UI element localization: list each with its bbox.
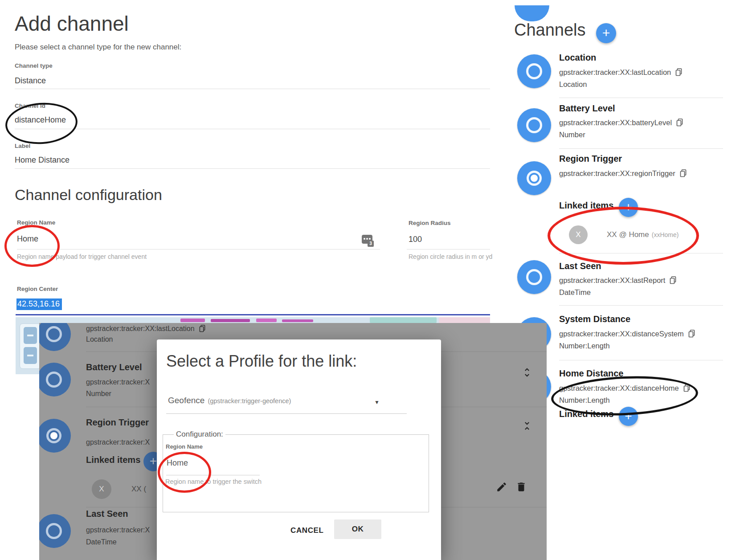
label-field-label: Label [15, 143, 30, 149]
grayed-channel-id-line: gpstracker:tracker:X [86, 438, 150, 446]
dialog-region-name-label: Region Name [166, 443, 203, 450]
region-radius-underline [407, 249, 490, 249]
copy-icon[interactable] [688, 330, 695, 338]
region-radius-helper: Region circle radius in m or yd [409, 253, 492, 260]
map-zoom-out-button[interactable] [24, 347, 37, 364]
linked-item-avatar: X [569, 225, 588, 244]
dialog-region-name-underline [166, 475, 260, 475]
grayed-linked-item-text: XX ( [131, 485, 146, 494]
map-area-fragment [439, 317, 490, 323]
channel-title[interactable]: Battery Level [559, 103, 615, 114]
dialog-region-name-helper: Region name to trigger the switch [165, 478, 262, 485]
grayed-channel-id-line: gpstracker:tracker:X [86, 378, 150, 386]
copy-icon[interactable] [683, 384, 690, 392]
channel-title[interactable]: Region Trigger [559, 154, 622, 164]
grayed-channel-kind: DateTime [86, 538, 117, 546]
unfold-more-icon[interactable] [521, 367, 533, 378]
grayed-channel-title: Last Seen [86, 509, 128, 519]
channel-id-underline [15, 129, 490, 129]
region-name-label: Region Name [17, 219, 55, 226]
linked-item-row[interactable]: XX @ Home(xxHome) [607, 230, 679, 239]
channel-kind: Number:Length [559, 342, 610, 350]
circle-icon [46, 523, 62, 539]
circle-icon [46, 326, 62, 342]
region-name-input[interactable]: Home [17, 234, 38, 244]
edit-pencil-icon[interactable] [496, 481, 507, 493]
label-field-underline [15, 168, 490, 169]
grayed-channel-avatar-icon [39, 514, 71, 548]
region-radius-label: Region Radius [409, 220, 451, 226]
channel-id-line: gpstracker:tracker:XX:distanceSystem [559, 330, 695, 338]
profile-select[interactable]: Geofence(gpstracker:trigger-geofence) [168, 396, 291, 405]
radio-dot-icon [527, 171, 542, 186]
channel-kind: Number [559, 131, 585, 139]
channel-id-line: gpstracker:tracker:XX:batteryLevel [559, 119, 683, 127]
channels-panel-title: Channels [514, 20, 586, 40]
grayed-channel-title: Region Trigger [86, 417, 149, 428]
map-label-fragment [282, 319, 313, 322]
add-channel-subtitle: Please select a channel type for the new… [15, 43, 181, 52]
grayed-channel-avatar-icon [39, 323, 71, 351]
channel-id-line: gpstracker:tracker:XX:distanceHome [559, 384, 690, 392]
cancel-button[interactable]: CANCEL [290, 526, 323, 535]
linked-item-detail: (xxHome) [652, 231, 679, 238]
delete-trash-icon[interactable] [515, 481, 527, 493]
channel-type-value[interactable]: Distance [15, 76, 46, 86]
circle-icon [46, 372, 62, 388]
map-zoom-control [20, 323, 41, 369]
map-area-fragment [370, 317, 437, 323]
profile-select-detail: (gpstracker:trigger-geofence) [208, 397, 291, 405]
divider [559, 98, 723, 98]
copy-icon[interactable] [676, 119, 683, 127]
ok-button[interactable]: OK [334, 519, 381, 539]
channel-id-line: gpstracker:tracker:XX:lastReport [559, 276, 676, 285]
annotation-ellipse-region-name [4, 225, 60, 267]
region-name-underline [17, 249, 380, 249]
cropped-fab-fragment [515, 5, 549, 21]
channel-id-value[interactable]: distanceHome [15, 115, 66, 125]
channel-avatar-battery-icon [517, 108, 551, 142]
region-center-focus-underline [16, 314, 490, 315]
channel-kind: Number:Length [559, 396, 610, 405]
linked-items-header: Linked items [559, 409, 613, 419]
grayed-channel-id-line: gpstracker:tracker:X [86, 526, 150, 534]
channel-avatar-location-icon [517, 54, 551, 88]
grayed-linked-items-header: Linked items [86, 455, 140, 465]
channel-type-label: Channel type [15, 62, 53, 69]
add-channel-button[interactable]: + [596, 23, 616, 43]
channel-configuration-title: Channel configuration [15, 186, 162, 204]
channel-kind: Location [559, 80, 587, 89]
copy-icon[interactable] [670, 276, 676, 284]
copy-icon[interactable] [680, 169, 687, 177]
badge-3-icon: 3 [368, 241, 374, 247]
chevron-down-icon[interactable]: ▼ [374, 399, 380, 405]
add-linked-item-button[interactable]: + [619, 407, 638, 426]
channel-title[interactable]: Last Seen [559, 261, 601, 271]
grayed-channel-avatar-icon [39, 419, 71, 453]
copy-icon[interactable] [675, 68, 682, 76]
channel-title[interactable]: System Distance [559, 314, 630, 324]
map-zoom-in-button[interactable] [24, 327, 37, 344]
grayed-channel-avatar-icon [39, 363, 71, 396]
channel-id-line: gpstracker:tracker:XX:lastLocation [559, 68, 682, 77]
grayed-channel-kind: Location [86, 335, 113, 343]
grayed-linked-item-avatar: X [92, 479, 111, 499]
divider [559, 148, 723, 149]
dialog-title: Select a Profile for the link: [166, 352, 357, 371]
channel-title[interactable]: Home Distance [559, 368, 624, 379]
channel-kind: DateTime [559, 288, 591, 297]
text-input-toggle-icon[interactable]: 3 [362, 235, 375, 249]
channel-title[interactable]: Location [559, 53, 596, 63]
region-center-label: Region Center [17, 286, 58, 292]
select-profile-dialog: Select a Profile for the link: Geofence(… [157, 339, 441, 560]
channel-avatar-region-trigger-icon [517, 161, 551, 195]
region-center-input[interactable]: 42.53,16.16 [16, 298, 62, 310]
dialog-region-name-input[interactable]: Home [167, 458, 188, 468]
region-radius-input[interactable]: 100 [409, 235, 422, 244]
circle-icon [526, 117, 542, 133]
label-field-value[interactable]: Home Distance [15, 155, 69, 165]
grayed-channel-kind: Number [86, 390, 111, 398]
divider [559, 360, 723, 360]
add-linked-item-button[interactable]: + [619, 198, 638, 217]
unfold-less-icon[interactable] [521, 420, 533, 432]
